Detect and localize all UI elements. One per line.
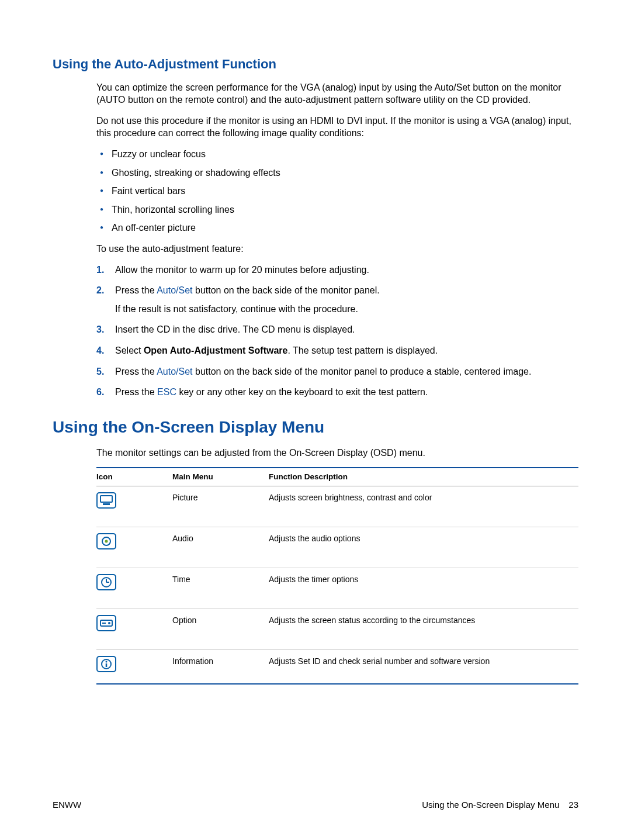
cell-desc: Adjusts the screen status according to t…: [269, 615, 578, 634]
text: button on the back side of the monitor p…: [193, 285, 380, 295]
table-header-row: Icon Main Menu Function Description: [96, 468, 578, 486]
numbered-steps: Allow the monitor to warm up for 20 minu…: [96, 264, 578, 399]
list-item: Fuzzy or unclear focus: [96, 148, 578, 161]
col-header-menu: Main Menu: [172, 472, 269, 482]
cell-desc: Adjusts screen brightness, contrast and …: [269, 492, 578, 511]
footer-right: Using the On-Screen Display Menu23: [422, 799, 578, 811]
col-header-icon: Icon: [96, 472, 172, 482]
paragraph: You can optimize the screen performance …: [96, 81, 578, 106]
paragraph: The monitor settings can be adjusted fro…: [96, 447, 578, 459]
option-icon: [96, 615, 116, 631]
svg-point-13: [108, 622, 110, 624]
bullet-list: Fuzzy or unclear focus Ghosting, streaki…: [96, 148, 578, 234]
svg-rect-0: [97, 493, 116, 508]
cell-menu: Time: [172, 574, 269, 593]
step-sub: If the result is not satisfactory, conti…: [115, 303, 578, 316]
auto-set-label: Auto/Set: [157, 367, 192, 376]
cell-desc: Adjusts the audio options: [269, 533, 578, 552]
footer-title: Using the On-Screen Display Menu: [422, 800, 559, 810]
step-item: Press the ESC key or any other key on th…: [96, 386, 578, 399]
cell-menu: Option: [172, 615, 269, 634]
list-item: An off-center picture: [96, 222, 578, 234]
paragraph: To use the auto-adjustment feature:: [96, 243, 578, 255]
cell-menu: Audio: [172, 533, 269, 552]
heading-osd-menu: Using the On-Screen Display Menu: [53, 416, 578, 438]
svg-rect-1: [100, 496, 112, 502]
step-item: Select Open Auto-Adjustment Software. Th…: [96, 344, 578, 357]
svg-point-5: [105, 540, 108, 543]
list-item: Thin, horizontal scrolling lines: [96, 203, 578, 216]
page-number: 23: [568, 800, 578, 810]
text: Press the: [115, 285, 157, 295]
table-row: Time Adjusts the timer options: [96, 568, 578, 609]
auto-set-label: Auto/Set: [157, 285, 192, 295]
step-item: Press the Auto/Set button on the back si…: [96, 284, 578, 315]
text: key or any other key on the keyboard to …: [176, 387, 428, 397]
col-header-desc: Function Description: [269, 472, 578, 482]
text: Select: [115, 345, 144, 355]
cell-desc: Adjusts Set ID and check serial number a…: [269, 656, 578, 675]
cell-icon: [96, 533, 172, 552]
bold-text: Open Auto-Adjustment Software: [144, 345, 288, 355]
step-item: Insert the CD in the disc drive. The CD …: [96, 323, 578, 336]
text: button on the back side of the monitor p…: [193, 367, 532, 376]
table-row: Audio Adjusts the audio options: [96, 527, 578, 568]
cell-icon: [96, 656, 172, 675]
text: . The setup test pattern is displayed.: [287, 345, 438, 355]
cell-desc: Adjusts the timer options: [269, 574, 578, 593]
page-footer: ENWW Using the On-Screen Display Menu23: [53, 799, 578, 811]
svg-rect-2: [103, 503, 110, 505]
osd-table: Icon Main Menu Function Description Pict…: [96, 467, 578, 685]
table-row: Option Adjusts the screen status accordi…: [96, 609, 578, 650]
cell-icon: [96, 615, 172, 634]
text: Press the: [115, 367, 157, 376]
heading-auto-adjust: Using the Auto-Adjustment Function: [53, 56, 578, 73]
text: Press the: [115, 387, 157, 397]
step-item: Press the Auto/Set button on the back si…: [96, 365, 578, 378]
time-icon: [96, 574, 116, 590]
esc-label: ESC: [157, 387, 176, 397]
cell-menu: Picture: [172, 492, 269, 511]
step-item: Allow the monitor to warm up for 20 minu…: [96, 264, 578, 276]
information-icon: [96, 656, 116, 672]
svg-point-16: [106, 661, 108, 662]
table-row: Information Adjusts Set ID and check ser…: [96, 650, 578, 683]
list-item: Faint vertical bars: [96, 185, 578, 198]
table-row: Picture Adjusts screen brightness, contr…: [96, 486, 578, 527]
footer-left: ENWW: [53, 799, 81, 811]
picture-icon: [96, 492, 116, 509]
paragraph: Do not use this procedure if the monitor…: [96, 115, 578, 140]
cell-icon: [96, 574, 172, 593]
list-item: Ghosting, streaking or shadowing effects: [96, 167, 578, 179]
cell-icon: [96, 492, 172, 511]
cell-menu: Information: [172, 656, 269, 675]
svg-rect-10: [97, 616, 116, 631]
audio-icon: [96, 533, 116, 549]
